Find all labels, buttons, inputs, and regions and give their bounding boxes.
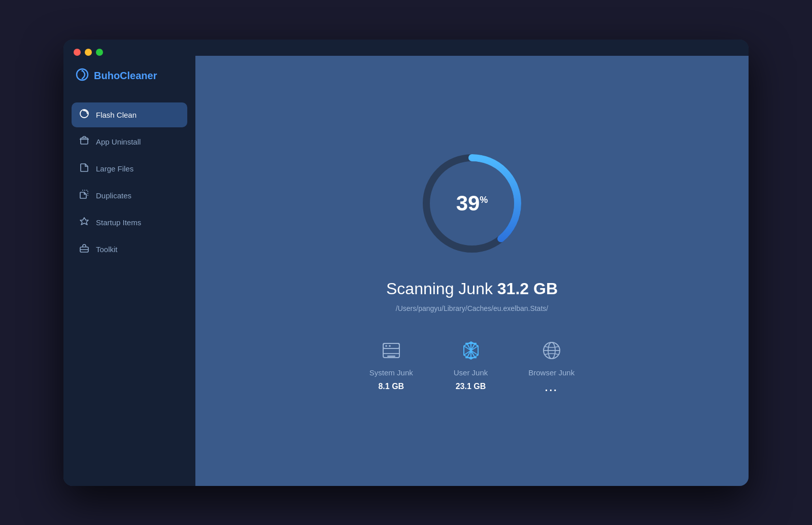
sidebar: BuhoCleaner Flash Clean — [63, 56, 195, 486]
scanning-size: 31.2 GB — [497, 279, 558, 298]
logo: BuhoCleaner — [72, 68, 187, 84]
scanning-title: Scanning Junk 31.2 GB — [386, 279, 558, 298]
minimize-button[interactable] — [85, 49, 92, 56]
startup-items-label: Startup Items — [96, 218, 141, 227]
browser-junk-icon — [539, 338, 564, 363]
logo-icon — [76, 68, 89, 84]
sidebar-item-startup-items[interactable]: Startup Items — [72, 210, 187, 235]
system-junk-icon — [379, 338, 404, 363]
progress-text: 39% — [456, 193, 488, 214]
main-content: 39% Scanning Junk 31.2 GB /Users/pangyu/… — [195, 56, 749, 486]
user-junk-item: User Junk 23.1 GB — [454, 338, 488, 391]
junk-stats: System Junk 8.1 GB — [369, 338, 574, 394]
toolkit-label: Toolkit — [96, 245, 118, 254]
svg-point-9 — [389, 345, 391, 347]
user-junk-label: User Junk — [454, 368, 488, 377]
large-files-label: Large Files — [96, 164, 133, 173]
traffic-lights — [74, 49, 103, 56]
scanning-path: /Users/pangyu/Library/Caches/eu.exelban.… — [396, 304, 548, 312]
app-window: BuhoCleaner Flash Clean — [63, 40, 749, 486]
sidebar-item-large-files[interactable]: Large Files — [72, 156, 187, 181]
app-uninstall-label: App Uninstall — [96, 137, 141, 146]
maximize-button[interactable] — [96, 49, 103, 56]
progress-suffix: % — [480, 195, 488, 205]
sidebar-item-app-uninstall[interactable]: App Uninstall — [72, 129, 187, 154]
sidebar-item-flash-clean[interactable]: Flash Clean — [72, 102, 187, 127]
toolkit-icon — [79, 243, 90, 256]
sidebar-item-toolkit[interactable]: Toolkit — [72, 237, 187, 262]
flash-clean-icon — [79, 109, 90, 121]
progress-percent: 39% — [456, 193, 488, 214]
duplicates-icon — [79, 189, 90, 202]
titlebar — [63, 40, 749, 56]
large-files-icon — [79, 162, 90, 175]
nav-menu: Flash Clean App Uninstall — [72, 102, 187, 262]
app-uninstall-icon — [79, 135, 90, 148]
user-junk-icon — [458, 338, 484, 363]
browser-junk-item: Browser Junk ... — [528, 338, 574, 394]
user-junk-value: 23.1 GB — [456, 382, 486, 391]
progress-ring-container: 39% — [416, 148, 528, 259]
startup-items-icon — [79, 216, 90, 229]
svg-point-8 — [385, 345, 387, 347]
browser-junk-value: ... — [545, 382, 558, 394]
close-button[interactable] — [74, 49, 81, 56]
logo-text: BuhoCleaner — [94, 70, 157, 82]
svg-rect-11 — [387, 356, 395, 357]
scanning-title-prefix: Scanning Junk — [386, 279, 497, 298]
sidebar-item-duplicates[interactable]: Duplicates — [72, 183, 187, 208]
progress-number: 39 — [456, 191, 480, 215]
browser-junk-label: Browser Junk — [528, 368, 574, 377]
flash-clean-label: Flash Clean — [96, 111, 137, 119]
app-content: BuhoCleaner Flash Clean — [63, 56, 749, 486]
system-junk-label: System Junk — [369, 368, 413, 377]
system-junk-value: 8.1 GB — [378, 382, 404, 391]
duplicates-label: Duplicates — [96, 191, 131, 200]
system-junk-item: System Junk 8.1 GB — [369, 338, 413, 391]
